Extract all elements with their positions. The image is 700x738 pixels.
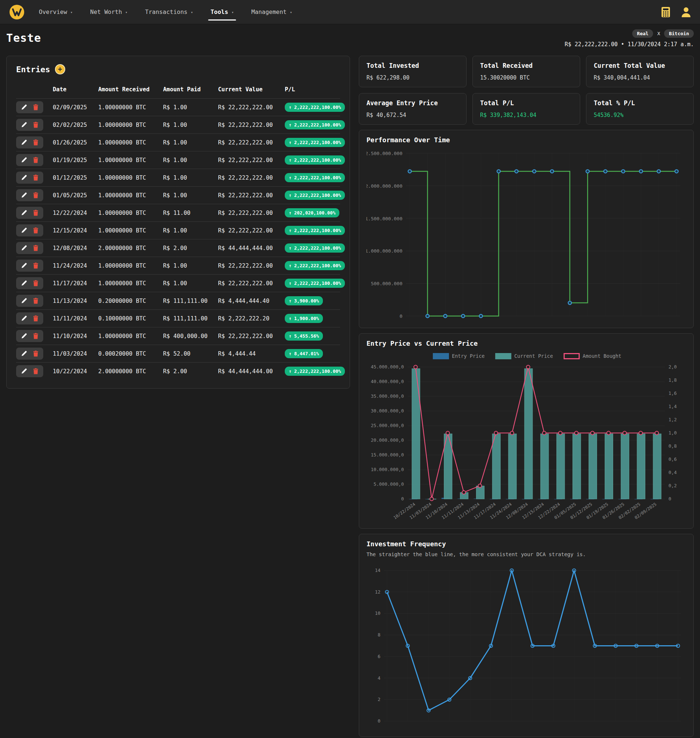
edit-icon	[21, 351, 27, 357]
svg-text:Entry Price: Entry Price	[452, 353, 484, 359]
nav-item-label: Tools	[210, 9, 228, 15]
entries-title: Entries	[16, 65, 50, 74]
stat-label: Total Received	[480, 62, 572, 69]
row-actions	[16, 224, 43, 236]
calculator-icon[interactable]	[661, 7, 671, 18]
delete-entry-button[interactable]	[33, 280, 38, 286]
cell-amount-received: 1.00000000 BTC	[98, 327, 163, 345]
edit-entry-button[interactable]	[21, 262, 27, 269]
edit-entry-button[interactable]	[21, 315, 27, 321]
delete-entry-button[interactable]	[33, 104, 38, 110]
cell-amount-received: 1.00000000 BTC	[98, 169, 163, 187]
cell-amount-received: 1.00000000 BTC	[98, 257, 163, 275]
up-arrow-icon: ↑	[289, 351, 292, 356]
edit-icon	[21, 122, 27, 128]
nav-item-management[interactable]: Management ▾	[251, 0, 292, 24]
edit-entry-button[interactable]	[21, 333, 27, 339]
edit-entry-button[interactable]	[21, 280, 27, 286]
table-row: 11/24/20241.00000000 BTCR$ 1.00R$ 22,222…	[16, 257, 340, 275]
stat-value: R$ 40,672.54	[366, 112, 459, 118]
add-entry-button[interactable]: +	[55, 64, 65, 74]
edit-entry-button[interactable]	[21, 192, 27, 198]
delete-entry-button[interactable]	[33, 210, 38, 216]
delete-icon	[33, 351, 38, 357]
delete-entry-button[interactable]	[33, 245, 38, 251]
cell-current-value: R$ 22,222,222.00	[218, 99, 285, 116]
pl-badge: ↑2,222,222,100.00%	[285, 226, 345, 235]
up-arrow-icon: ↑	[289, 193, 292, 198]
nav-item-overview[interactable]: Overview ▾	[39, 0, 72, 24]
cell-amount-paid: R$ 111,111.00	[163, 292, 218, 310]
cell-amount-received: 0.00020000 BTC	[98, 345, 163, 362]
stat-card: Total % P/L54536.92%	[586, 93, 694, 125]
cell-amount-paid: R$ 1.00	[163, 99, 218, 116]
cell-date: 11/03/2024	[53, 345, 98, 362]
delete-entry-button[interactable]	[33, 174, 38, 181]
nav-item-label: Transactions	[145, 9, 188, 15]
delete-entry-button[interactable]	[33, 351, 38, 357]
nav-item-net-worth[interactable]: Net Worth ▾	[90, 0, 128, 24]
entries-header: Entries +	[16, 64, 340, 74]
delete-entry-button[interactable]	[33, 122, 38, 128]
table-row: 01/19/20251.00000000 BTCR$ 1.00R$ 22,222…	[16, 152, 340, 169]
nav-item-tools[interactable]: Tools ▾	[210, 0, 234, 24]
edit-entry-button[interactable]	[21, 245, 27, 251]
asset-badge: Bitcoin	[664, 29, 694, 38]
delete-entry-button[interactable]	[33, 368, 38, 374]
cell-date: 02/02/2025	[53, 116, 98, 134]
cell-amount-received: 2.00000000 BTC	[98, 362, 163, 380]
edit-icon	[21, 210, 27, 216]
delete-entry-button[interactable]	[33, 298, 38, 304]
delete-icon	[33, 280, 38, 286]
cell-amount-paid: R$ 1.00	[163, 116, 218, 134]
cell-amount-received: 2.00000000 BTC	[98, 239, 163, 257]
edit-entry-button[interactable]	[21, 227, 27, 234]
delete-icon	[33, 368, 38, 374]
delete-entry-button[interactable]	[33, 157, 38, 163]
stat-value: R$ 622,298.00	[366, 74, 459, 81]
chart-title-performance: Performance Over Time	[366, 136, 686, 144]
user-icon[interactable]	[681, 7, 691, 18]
pl-badge: ↑3,900.00%	[285, 296, 323, 305]
row-actions	[16, 295, 43, 307]
cell-amount-paid: R$ 111,111.00	[163, 310, 218, 327]
edit-entry-button[interactable]	[21, 174, 27, 181]
svg-text:8: 8	[378, 632, 381, 638]
table-row: 11/11/20240.10000000 BTCR$ 111,111.00R$ …	[16, 310, 340, 327]
cell-current-value: R$ 22,222,222.00	[218, 222, 285, 239]
table-row: 02/09/20251.00000000 BTCR$ 1.00R$ 22,222…	[16, 99, 340, 116]
column-amount-received: Amount Received	[98, 82, 163, 99]
edit-icon	[21, 192, 27, 198]
stat-card: Average Entry PriceR$ 40,672.54	[359, 93, 466, 125]
page-content: Teste Real X Bitcoin R$ 22,222,222.00 • …	[0, 24, 700, 737]
delete-icon	[33, 122, 38, 128]
delete-entry-button[interactable]	[33, 333, 38, 339]
nav-item-transactions[interactable]: Transactions ▾	[145, 0, 193, 24]
delete-entry-button[interactable]	[33, 192, 38, 198]
edit-entry-button[interactable]	[21, 368, 27, 374]
up-arrow-icon: ↑	[289, 263, 292, 268]
delete-entry-button[interactable]	[33, 139, 38, 146]
pl-value: 2,222,222,100.00%	[294, 280, 341, 286]
pl-badge: ↑2,222,222,100.00%	[285, 261, 345, 270]
pl-value: 202,020,100.00%	[294, 210, 336, 215]
edit-entry-button[interactable]	[21, 122, 27, 128]
cell-date: 01/05/2025	[53, 187, 98, 204]
entries-table: Date Amount Received Amount Paid Current…	[16, 82, 340, 380]
delete-entry-button[interactable]	[33, 315, 38, 321]
edit-entry-button[interactable]	[21, 157, 27, 163]
edit-entry-button[interactable]	[21, 210, 27, 216]
delete-entry-button[interactable]	[33, 227, 38, 234]
svg-text:40.000.000,0: 40.000.000,0	[371, 379, 404, 384]
delete-entry-button[interactable]	[33, 262, 38, 269]
top-nav: Overview ▾ Net Worth ▾ Transactions ▾ To…	[0, 0, 700, 24]
edit-entry-button[interactable]	[21, 351, 27, 357]
main-layout: Entries + Date Amount Received Amount Pa…	[6, 56, 694, 737]
svg-text:14: 14	[375, 567, 381, 573]
edit-entry-button[interactable]	[21, 298, 27, 304]
cell-amount-paid: R$ 1.00	[163, 275, 218, 292]
delete-icon	[33, 174, 38, 181]
up-arrow-icon: ↑	[289, 140, 292, 145]
edit-entry-button[interactable]	[21, 104, 27, 110]
edit-entry-button[interactable]	[21, 139, 27, 146]
